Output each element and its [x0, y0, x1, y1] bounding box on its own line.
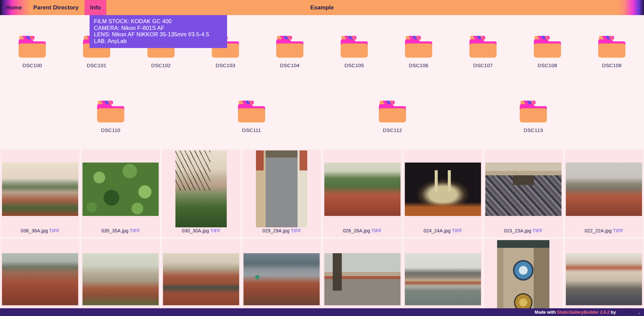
photo-caption: 035_35A.jpg TIFF — [81, 228, 160, 233]
photo-cell: 026_26A.jpg TIFF — [323, 149, 402, 237]
folder-dsc105[interactable]: DSC105 — [322, 36, 386, 68]
photo-caption: 024_24A.jpg TIFF — [404, 228, 482, 233]
photo-filename: 022_22A.jpg — [585, 228, 612, 233]
photo-cell: 023_23A.jpg TIFF — [484, 149, 563, 237]
tooltip-line-camera: CAMERA: Nikon F-801S AF — [94, 25, 223, 32]
folder-icon — [97, 100, 125, 123]
folder-dsc109[interactable]: DSC109 — [580, 36, 644, 68]
photo-thumbnail-022-22a[interactable] — [566, 163, 642, 216]
photo-cell: 024_24A.jpg TIFF — [404, 149, 482, 237]
footer-bar: Made with StaticGalleryBuilder 2.6.2 by … — [0, 308, 644, 316]
photo-thumbnail[interactable] — [324, 253, 400, 305]
folder-label: DSC108 — [538, 62, 557, 68]
tiff-link[interactable]: TIFF — [613, 228, 623, 233]
folder-label: DSC111 — [242, 127, 261, 133]
tiff-link[interactable]: TIFF — [210, 228, 220, 233]
folder-label: DSC107 — [473, 62, 493, 68]
photo-thumbnail-023-23a[interactable] — [485, 163, 561, 216]
photo-cell — [404, 239, 482, 316]
folder-label: DSC101 — [87, 62, 107, 68]
photo-caption: 022_22A.jpg TIFF — [565, 228, 643, 233]
photo-thumbnail[interactable] — [244, 253, 320, 305]
folder-label: DSC105 — [344, 62, 364, 68]
photo-thumbnail[interactable] — [566, 253, 642, 305]
photo-caption: 029_29A.jpg TIFF — [242, 228, 321, 233]
photo-cell — [323, 239, 402, 316]
folder-label: DSC100 — [22, 62, 42, 68]
tiff-link[interactable]: TIFF — [532, 228, 542, 233]
folder-label: DSC110 — [101, 127, 120, 133]
tiff-link[interactable]: TIFF — [371, 228, 381, 233]
footer-made-with-text: Made with — [535, 310, 557, 315]
tooltip-line-lab: LAB: AnyLab — [94, 38, 223, 45]
photo-caption: 023_23A.jpg TIFF — [484, 228, 563, 233]
nav-info-link[interactable]: Info — [85, 0, 107, 15]
photo-filename: 035_35A.jpg — [101, 228, 128, 233]
photo-cell — [162, 239, 240, 316]
top-nav: Home Parent Directory Info Example — [0, 0, 644, 15]
folder-dsc108[interactable]: DSC108 — [515, 36, 580, 68]
photo-thumbnail-035-35a[interactable] — [83, 163, 159, 216]
gallery-builder-link[interactable]: StaticGalleryBuilder 2.6.2 — [557, 310, 610, 315]
tiff-link[interactable]: TIFF — [130, 228, 140, 233]
folder-dsc104[interactable]: DSC104 — [258, 36, 322, 68]
photo-filename: 030_30A.jpg — [182, 228, 209, 233]
photo-caption: 030_30A.jpg TIFF — [162, 228, 240, 233]
folder-icon — [598, 36, 626, 58]
folder-dsc100[interactable]: DSC100 — [0, 36, 64, 68]
photo-cell — [242, 239, 321, 316]
folder-icon — [519, 100, 547, 123]
photo-thumbnail-029-29a[interactable] — [256, 150, 307, 227]
folder-dsc107[interactable]: DSC107 — [451, 36, 515, 68]
photo-thumbnail[interactable] — [163, 253, 239, 305]
footer-by-text: by — [609, 310, 617, 315]
srgn-logo[interactable]: </srgn> — [619, 310, 636, 315]
folder-dsc113[interactable]: DSC113 — [463, 100, 604, 133]
nav-parent-directory-link[interactable]: Parent Directory — [28, 0, 84, 15]
folder-dsc110[interactable]: DSC110 — [40, 100, 181, 133]
photo-cell: 029_29A.jpg TIFF — [242, 149, 321, 237]
photo-cell — [484, 239, 563, 316]
folder-dsc112[interactable]: DSC112 — [322, 100, 463, 133]
info-tooltip: FILM STOCK: KODAK GC 400 CAMERA: Nikon F… — [90, 15, 227, 48]
photo-thumbnail[interactable] — [2, 253, 78, 305]
folder-icon — [340, 36, 368, 58]
folder-label: DSC102 — [151, 62, 171, 68]
photo-cell — [565, 239, 643, 316]
folder-dsc106[interactable]: DSC106 — [386, 36, 451, 68]
folder-label: DSC113 — [524, 127, 543, 133]
folder-label: DSC109 — [602, 62, 622, 68]
folder-label: DSC112 — [383, 127, 402, 133]
nav-home-link[interactable]: Home — [0, 0, 28, 15]
folder-label: DSC103 — [216, 62, 235, 68]
photo-cell — [1, 239, 79, 316]
tooltip-line-lens: LENS: Nikon AF NIKKOR 35-135mm f/3.5-4.5 — [94, 31, 223, 38]
folder-icon — [276, 36, 304, 58]
photo-thumbnail-024-24a[interactable] — [405, 163, 481, 216]
photo-thumbnail-026-26a[interactable] — [324, 163, 400, 216]
tiff-link[interactable]: TIFF — [452, 228, 462, 233]
photo-caption: 036_36A.jpg TIFF — [1, 228, 79, 233]
photo-thumbnail[interactable] — [405, 253, 481, 305]
photo-cell: 035_35A.jpg TIFF — [81, 149, 160, 237]
photo-thumbnail-astronomical-clock[interactable] — [497, 240, 549, 316]
folder-row-2: DSC110 DSC111 DSC112 DSC113 — [0, 100, 644, 133]
folder-label: DSC106 — [409, 62, 429, 68]
folder-icon — [533, 36, 561, 58]
photo-thumbnail-036-36a[interactable] — [2, 163, 78, 216]
folder-icon — [405, 36, 433, 58]
tiff-link[interactable]: TIFF — [291, 228, 301, 233]
folder-icon — [378, 100, 407, 123]
photo-thumbnail-030-30a[interactable] — [175, 150, 227, 227]
folder-icon — [237, 100, 266, 123]
tooltip-line-film-stock: FILM STOCK: KODAK GC 400 — [94, 18, 223, 25]
photo-filename: 029_29A.jpg — [262, 228, 289, 233]
photo-grid: 036_36A.jpg TIFF 035_35A.jpg TIFF 030_30… — [0, 149, 644, 316]
folder-dsc111[interactable]: DSC111 — [181, 100, 322, 133]
tiff-link[interactable]: TIFF — [49, 228, 59, 233]
photo-thumbnail[interactable] — [83, 253, 159, 305]
photo-filename: 024_24A.jpg — [424, 228, 451, 233]
photo-cell: 030_30A.jpg TIFF — [162, 149, 240, 237]
photo-filename: 036_36A.jpg — [21, 228, 48, 233]
photo-filename: 023_23A.jpg — [504, 228, 531, 233]
